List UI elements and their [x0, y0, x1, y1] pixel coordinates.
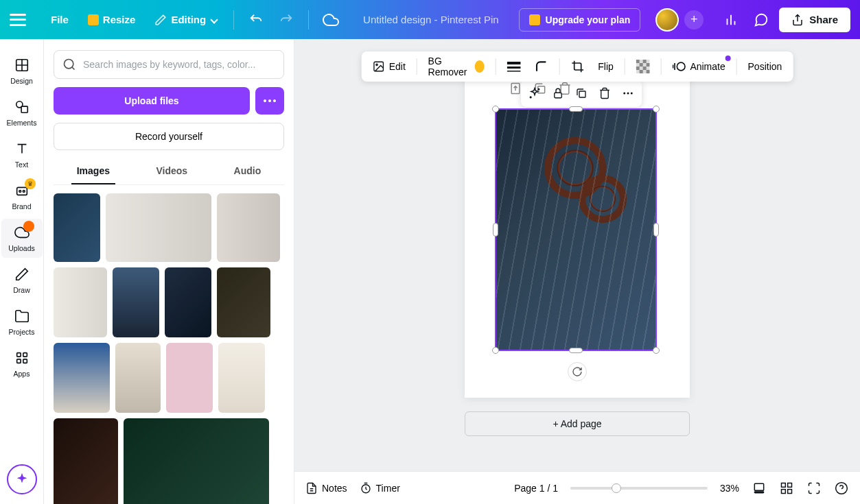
flip-label: Flip [598, 61, 614, 72]
rotate-button[interactable] [568, 362, 587, 381]
slider-knob[interactable] [612, 483, 621, 493]
cloud-icon [323, 12, 339, 28]
fullscreen-button[interactable] [806, 481, 822, 496]
search-input[interactable] [83, 59, 275, 70]
selected-image[interactable] [495, 108, 657, 351]
gallery-thumbnail[interactable] [124, 418, 269, 504]
svg-rect-22 [643, 67, 647, 70]
rail-text[interactable]: Text [1, 135, 43, 174]
rail-elements[interactable]: Elements [1, 93, 43, 132]
tab-videos[interactable]: Videos [150, 158, 193, 184]
layout-icon [14, 57, 30, 73]
rail-projects[interactable]: Projects [1, 302, 43, 341]
rail-uploads[interactable]: Uploads [1, 219, 43, 258]
corner-radius-button[interactable] [531, 57, 550, 76]
comment-button[interactable] [749, 8, 774, 32]
gallery-thumbnail[interactable] [106, 193, 211, 262]
svg-rect-27 [538, 86, 545, 93]
chart-icon [723, 12, 739, 27]
file-label: File [51, 14, 69, 25]
gallery-thumbnail[interactable] [217, 193, 280, 262]
resize-handle[interactable] [492, 347, 499, 354]
checker-icon [636, 60, 650, 73]
separator [625, 58, 625, 75]
page-up-button[interactable] [509, 82, 524, 97]
svg-rect-19 [640, 63, 643, 67]
avatar[interactable] [655, 8, 679, 32]
share-button[interactable]: Share [779, 8, 850, 32]
copy-icon [533, 82, 547, 95]
insights-button[interactable] [719, 8, 743, 32]
stroke-weight-button[interactable] [504, 58, 523, 75]
separator [233, 10, 234, 29]
resize-handle[interactable] [569, 348, 583, 353]
gallery-thumbnail[interactable] [217, 267, 270, 337]
bg-remover-button[interactable]: BG Remover [426, 53, 487, 80]
gallery-thumbnail[interactable] [113, 267, 159, 337]
tab-images[interactable]: Images [71, 158, 115, 184]
more-button[interactable] [621, 86, 635, 100]
timer-button[interactable]: Timer [360, 482, 400, 494]
add-page-button[interactable]: + Add page [465, 411, 690, 436]
resize-handle[interactable] [569, 106, 583, 112]
svg-point-10 [65, 60, 73, 69]
gallery-thumbnail[interactable] [218, 343, 265, 413]
note-icon [305, 482, 318, 494]
gallery-thumbnail[interactable] [166, 343, 213, 413]
svg-rect-23 [640, 70, 643, 73]
add-collaborator-button[interactable]: + [684, 10, 704, 29]
delete-button[interactable] [598, 86, 612, 100]
gallery-thumbnail[interactable] [115, 343, 161, 413]
gallery-thumbnail[interactable] [54, 193, 100, 262]
gallery-thumbnail[interactable] [54, 267, 107, 337]
resize-handle[interactable] [653, 106, 660, 112]
duplicate-button[interactable] [574, 86, 588, 100]
upload-files-button[interactable]: Upload files [54, 87, 250, 115]
gallery-thumbnail[interactable] [54, 343, 110, 413]
transparency-button[interactable] [634, 57, 653, 76]
page-duplicate-button[interactable] [533, 82, 548, 97]
record-yourself-button[interactable]: Record yourself [54, 123, 284, 150]
edit-image-button[interactable]: Edit [370, 58, 408, 75]
resize-handle[interactable] [653, 223, 659, 237]
tab-audio[interactable]: Audio [229, 158, 267, 184]
rail-brand[interactable]: ♛ Brand [1, 177, 43, 216]
undo-button[interactable] [244, 8, 268, 32]
page-view-button[interactable] [752, 481, 767, 496]
canvas-page[interactable] [465, 60, 690, 398]
rail-apps[interactable]: Apps [1, 344, 43, 383]
rail-design[interactable]: Design [1, 51, 43, 91]
resize-handle[interactable] [492, 106, 499, 112]
resize-handle[interactable] [493, 223, 498, 237]
menu-hamburger[interactable] [10, 14, 26, 26]
rail-label: Projects [9, 328, 35, 336]
svg-rect-13 [507, 62, 520, 64]
animate-button[interactable]: Animate [669, 57, 728, 76]
help-button[interactable] [834, 481, 849, 496]
rail-draw[interactable]: Draw [1, 261, 43, 300]
magic-button[interactable] [7, 464, 37, 494]
svg-rect-31 [579, 91, 585, 97]
position-button[interactable]: Position [745, 58, 785, 75]
resize-handle[interactable] [653, 347, 660, 354]
zoom-slider[interactable] [570, 487, 708, 490]
file-menu[interactable]: File [44, 8, 75, 31]
document-title[interactable]: Untitled design - Pinterest Pin [349, 14, 513, 25]
separator [496, 58, 496, 75]
crop-button[interactable] [568, 57, 587, 76]
flip-button[interactable]: Flip [595, 58, 616, 75]
editing-menu[interactable]: Editing [148, 8, 224, 32]
page-delete-button[interactable] [558, 82, 573, 97]
upload-more-button[interactable] [255, 87, 284, 115]
resize-button[interactable]: Resize [81, 8, 143, 31]
notes-button[interactable]: Notes [305, 482, 347, 494]
redo-button[interactable] [274, 8, 299, 32]
svg-rect-2 [21, 106, 27, 112]
gallery-thumbnail[interactable] [165, 267, 211, 337]
gallery-thumbnail[interactable] [54, 418, 118, 504]
grid-view-button[interactable] [779, 481, 794, 496]
upgrade-button[interactable]: Upgrade your plan [519, 8, 641, 32]
zoom-value[interactable]: 33% [720, 483, 739, 494]
separator [308, 10, 309, 29]
cloud-status-button[interactable] [318, 8, 343, 32]
